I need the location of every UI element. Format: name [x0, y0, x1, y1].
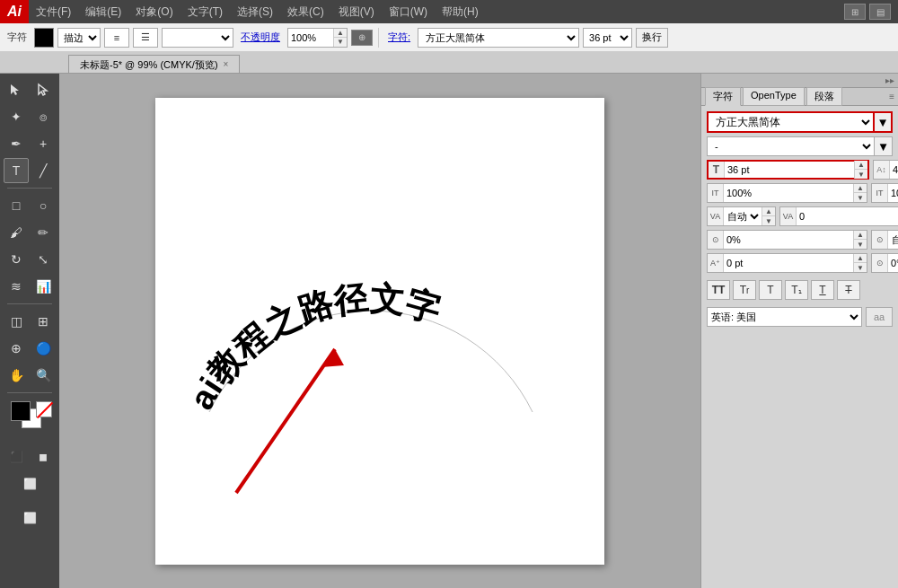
- scale-h-down[interactable]: ▼: [854, 240, 867, 249]
- ellipse-tool[interactable]: ○: [31, 193, 56, 218]
- scale-v-select[interactable]: 自动: [888, 231, 898, 249]
- add-anchor-tool[interactable]: +: [31, 131, 56, 156]
- font-name-select[interactable]: 方正大黑简体: [707, 111, 875, 133]
- tab-paragraph[interactable]: 段落: [806, 87, 842, 106]
- va-select-1[interactable]: 自动: [724, 207, 762, 225]
- va1-up[interactable]: ▲: [762, 207, 775, 216]
- tracking-down[interactable]: ▼: [854, 193, 867, 202]
- menu-text[interactable]: 文字(T): [180, 0, 230, 23]
- tab-close-button[interactable]: ×: [224, 56, 229, 74]
- screen-mode-full-menu[interactable]: ◼: [31, 444, 56, 470]
- leading-input[interactable]: [890, 161, 898, 179]
- menu-file[interactable]: 文件(F): [29, 0, 78, 23]
- blend-mode-select[interactable]: 描边: [57, 28, 101, 48]
- lasso-tool[interactable]: ⌾: [31, 104, 56, 129]
- blend-tool[interactable]: ⊕: [4, 336, 29, 361]
- color-swatch[interactable]: [34, 28, 54, 48]
- screen-mode-full[interactable]: ⬜: [17, 471, 42, 496]
- warp-tool[interactable]: ≋: [4, 274, 29, 299]
- tracking-up[interactable]: ▲: [854, 184, 867, 193]
- t-underline-button[interactable]: T: [811, 280, 834, 300]
- screen-mode-normal[interactable]: ⬛: [4, 444, 29, 470]
- menu-object[interactable]: 对象(O): [128, 0, 180, 23]
- tracking-icon: IT: [708, 184, 724, 202]
- rotation-input[interactable]: [888, 254, 898, 272]
- options-icon[interactable]: ⊕: [351, 30, 373, 46]
- t-superscript-button[interactable]: T: [759, 280, 782, 300]
- t-subscript-button[interactable]: T₁: [785, 280, 808, 300]
- rotation-icon: ⊙: [872, 254, 888, 272]
- pen-tool[interactable]: ✒: [4, 131, 29, 156]
- va-input-2[interactable]: [797, 207, 898, 225]
- gradient-tool[interactable]: ◫: [4, 309, 29, 334]
- panel-collapse-icon[interactable]: ▸▸: [885, 75, 894, 85]
- tracking-field: IT ▲ ▼: [707, 183, 867, 203]
- arrange-icon[interactable]: ⊞: [844, 4, 866, 20]
- type-tool[interactable]: T: [4, 158, 29, 183]
- menu-view[interactable]: 视图(V): [331, 0, 382, 23]
- char-link[interactable]: 字符:: [384, 31, 414, 44]
- scale-tool[interactable]: ⤡: [31, 247, 56, 272]
- style-select[interactable]: [162, 28, 233, 48]
- rotate-tool[interactable]: ↻: [4, 247, 29, 272]
- toolbar-size-select[interactable]: 36 pt: [583, 28, 632, 48]
- tr-smallcaps-button[interactable]: Tr: [733, 280, 756, 300]
- menu-effect[interactable]: 效果(C): [280, 0, 331, 23]
- toolbar-font-select[interactable]: 方正大黑简体: [418, 28, 579, 48]
- font-arrow-button[interactable]: ▼: [875, 111, 893, 133]
- menu-select[interactable]: 选择(S): [230, 0, 280, 23]
- baseline-input[interactable]: [724, 254, 853, 272]
- rect-tool[interactable]: □: [4, 193, 29, 218]
- font-size-input[interactable]: [725, 162, 854, 178]
- font-style-arrow[interactable]: ▼: [875, 136, 893, 156]
- kerning-input[interactable]: [888, 184, 898, 202]
- menu-window[interactable]: 窗口(W): [382, 0, 435, 23]
- font-size-spinners: ▲ ▼: [854, 161, 867, 179]
- graph-tool[interactable]: 📊: [31, 274, 56, 299]
- scale-h-field: ⊙ ▲ ▼: [707, 230, 867, 250]
- baseline-up[interactable]: ▲: [854, 254, 867, 263]
- wrap-button[interactable]: 换行: [636, 28, 668, 48]
- scale-h-input[interactable]: [724, 231, 853, 249]
- tab-character[interactable]: 字符: [705, 87, 741, 106]
- mesh-tool[interactable]: ⊞: [31, 309, 56, 334]
- font-style-select[interactable]: -: [707, 136, 875, 156]
- document-tab[interactable]: 未标题-5* @ 99% (CMYK/预览) ×: [68, 55, 240, 73]
- tracking-input[interactable]: [724, 184, 853, 202]
- baseline-down[interactable]: ▼: [854, 263, 867, 272]
- direct-select-tool[interactable]: [31, 77, 56, 102]
- hand-tool[interactable]: ✋: [4, 363, 29, 388]
- tab-opentype[interactable]: OpenType: [743, 87, 805, 106]
- menu-help[interactable]: 帮助(H): [435, 0, 486, 23]
- font-size-up[interactable]: ▲: [855, 161, 867, 170]
- panel-menu-icon[interactable]: ≡: [889, 92, 894, 101]
- paintbrush-tool[interactable]: 🖌: [4, 220, 29, 245]
- va1-down[interactable]: ▼: [762, 216, 775, 225]
- pencil-tool[interactable]: ✏: [31, 220, 56, 245]
- opacity-input[interactable]: 100%: [288, 32, 333, 43]
- align-center-icon[interactable]: ☰: [133, 28, 158, 48]
- align-left-icon[interactable]: ≡: [104, 28, 129, 48]
- font-size-down[interactable]: ▼: [855, 170, 867, 179]
- opacity-down[interactable]: ▼: [334, 38, 347, 47]
- select-tool[interactable]: [4, 77, 29, 102]
- pen-tools-row: ✒ +: [4, 131, 56, 156]
- no-fill-swatch[interactable]: [36, 401, 52, 417]
- tt-allcaps-button[interactable]: TT: [707, 280, 730, 300]
- zoom-tool[interactable]: 🔍: [31, 363, 56, 388]
- scale-h-up[interactable]: ▲: [854, 231, 867, 240]
- draw-mode[interactable]: ⬜: [17, 505, 42, 531]
- scale-v-field: ⊙ 自动 ▲ ▼: [871, 230, 898, 250]
- font-size-field: T ▲ ▼: [707, 160, 869, 180]
- workspace-icon[interactable]: ▤: [869, 4, 891, 20]
- foreground-color-swatch[interactable]: [11, 401, 31, 421]
- language-select[interactable]: 英语: 美国: [707, 307, 862, 327]
- eyedrop-tool[interactable]: 🔵: [31, 336, 56, 361]
- rect-tools-row: □ ○: [4, 193, 56, 218]
- magic-wand-tool[interactable]: ✦: [4, 104, 29, 129]
- t-strikethrough-button[interactable]: T: [837, 280, 860, 300]
- line-tool[interactable]: ╱: [31, 158, 56, 183]
- scale-h-icon: ⊙: [708, 231, 724, 249]
- menu-edit[interactable]: 编辑(E): [78, 0, 128, 23]
- opacity-up[interactable]: ▲: [334, 29, 347, 38]
